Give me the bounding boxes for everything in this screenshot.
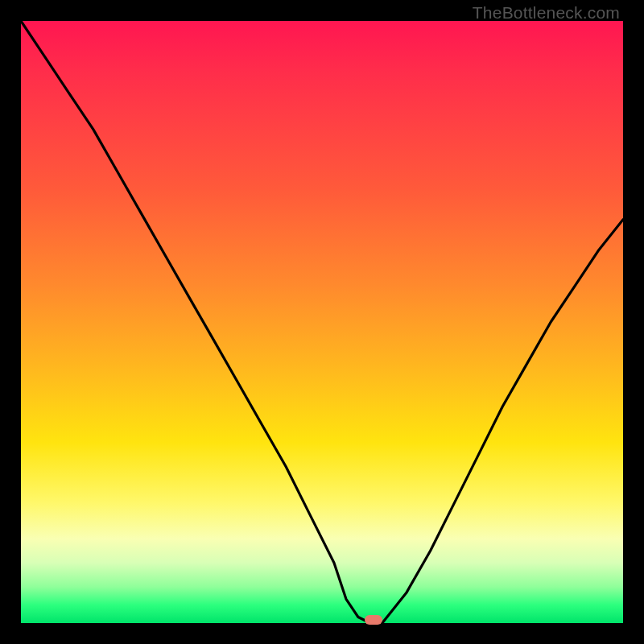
optimal-point-marker	[365, 615, 382, 625]
plot-area	[21, 21, 623, 623]
curve-path	[21, 21, 623, 623]
bottleneck-curve	[21, 21, 623, 623]
watermark-text: TheBottleneck.com	[473, 3, 620, 23]
chart-stage: TheBottleneck.com	[0, 0, 644, 644]
